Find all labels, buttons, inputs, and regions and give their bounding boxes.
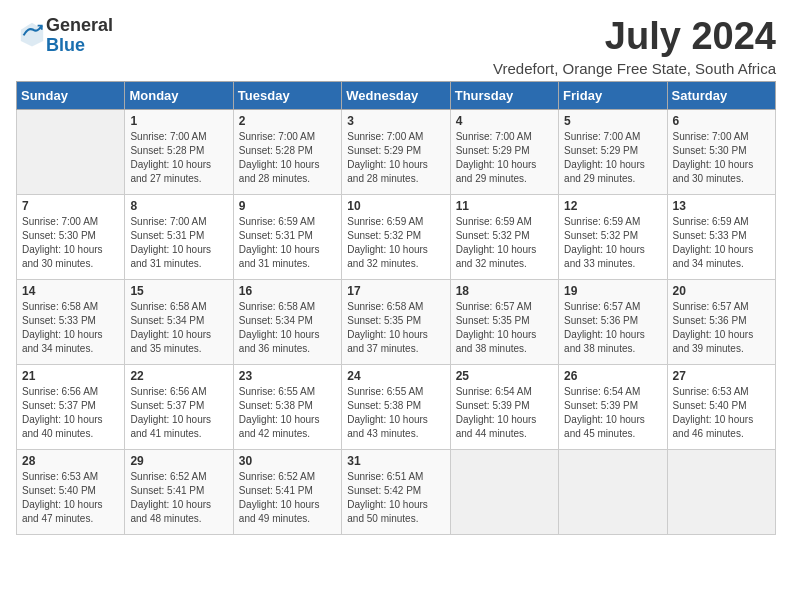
day-detail: Sunrise: 7:00 AM Sunset: 5:28 PM Dayligh… xyxy=(130,130,227,186)
calendar-cell: 16Sunrise: 6:58 AM Sunset: 5:34 PM Dayli… xyxy=(233,279,341,364)
calendar-cell xyxy=(559,449,667,534)
calendar-cell: 13Sunrise: 6:59 AM Sunset: 5:33 PM Dayli… xyxy=(667,194,775,279)
day-detail: Sunrise: 7:00 AM Sunset: 5:31 PM Dayligh… xyxy=(130,215,227,271)
day-number: 20 xyxy=(673,284,770,298)
day-number: 21 xyxy=(22,369,119,383)
day-number: 31 xyxy=(347,454,444,468)
calendar-week-row: 14Sunrise: 6:58 AM Sunset: 5:33 PM Dayli… xyxy=(17,279,776,364)
day-detail: Sunrise: 6:55 AM Sunset: 5:38 PM Dayligh… xyxy=(239,385,336,441)
day-number: 4 xyxy=(456,114,553,128)
day-detail: Sunrise: 7:00 AM Sunset: 5:30 PM Dayligh… xyxy=(673,130,770,186)
calendar-week-row: 28Sunrise: 6:53 AM Sunset: 5:40 PM Dayli… xyxy=(17,449,776,534)
day-detail: Sunrise: 6:57 AM Sunset: 5:36 PM Dayligh… xyxy=(564,300,661,356)
weekday-header: Sunday xyxy=(17,81,125,109)
day-detail: Sunrise: 6:59 AM Sunset: 5:33 PM Dayligh… xyxy=(673,215,770,271)
day-detail: Sunrise: 6:58 AM Sunset: 5:35 PM Dayligh… xyxy=(347,300,444,356)
day-detail: Sunrise: 6:59 AM Sunset: 5:31 PM Dayligh… xyxy=(239,215,336,271)
calendar-cell xyxy=(450,449,558,534)
calendar-cell: 6Sunrise: 7:00 AM Sunset: 5:30 PM Daylig… xyxy=(667,109,775,194)
weekday-header: Wednesday xyxy=(342,81,450,109)
calendar-cell: 28Sunrise: 6:53 AM Sunset: 5:40 PM Dayli… xyxy=(17,449,125,534)
calendar-table: SundayMondayTuesdayWednesdayThursdayFrid… xyxy=(16,81,776,535)
day-detail: Sunrise: 6:59 AM Sunset: 5:32 PM Dayligh… xyxy=(564,215,661,271)
calendar-week-row: 21Sunrise: 6:56 AM Sunset: 5:37 PM Dayli… xyxy=(17,364,776,449)
day-detail: Sunrise: 6:58 AM Sunset: 5:34 PM Dayligh… xyxy=(130,300,227,356)
day-detail: Sunrise: 6:57 AM Sunset: 5:36 PM Dayligh… xyxy=(673,300,770,356)
calendar-cell xyxy=(17,109,125,194)
calendar-cell: 30Sunrise: 6:52 AM Sunset: 5:41 PM Dayli… xyxy=(233,449,341,534)
calendar-cell: 10Sunrise: 6:59 AM Sunset: 5:32 PM Dayli… xyxy=(342,194,450,279)
day-detail: Sunrise: 6:54 AM Sunset: 5:39 PM Dayligh… xyxy=(456,385,553,441)
day-detail: Sunrise: 7:00 AM Sunset: 5:29 PM Dayligh… xyxy=(456,130,553,186)
day-detail: Sunrise: 6:52 AM Sunset: 5:41 PM Dayligh… xyxy=(130,470,227,526)
day-detail: Sunrise: 6:55 AM Sunset: 5:38 PM Dayligh… xyxy=(347,385,444,441)
calendar-cell: 18Sunrise: 6:57 AM Sunset: 5:35 PM Dayli… xyxy=(450,279,558,364)
day-detail: Sunrise: 6:58 AM Sunset: 5:33 PM Dayligh… xyxy=(22,300,119,356)
day-number: 13 xyxy=(673,199,770,213)
weekday-header: Friday xyxy=(559,81,667,109)
calendar-cell: 5Sunrise: 7:00 AM Sunset: 5:29 PM Daylig… xyxy=(559,109,667,194)
calendar-week-row: 7Sunrise: 7:00 AM Sunset: 5:30 PM Daylig… xyxy=(17,194,776,279)
day-detail: Sunrise: 6:59 AM Sunset: 5:32 PM Dayligh… xyxy=(456,215,553,271)
calendar-cell: 2Sunrise: 7:00 AM Sunset: 5:28 PM Daylig… xyxy=(233,109,341,194)
day-number: 5 xyxy=(564,114,661,128)
calendar-cell: 24Sunrise: 6:55 AM Sunset: 5:38 PM Dayli… xyxy=(342,364,450,449)
day-detail: Sunrise: 6:58 AM Sunset: 5:34 PM Dayligh… xyxy=(239,300,336,356)
day-number: 11 xyxy=(456,199,553,213)
calendar-cell: 19Sunrise: 6:57 AM Sunset: 5:36 PM Dayli… xyxy=(559,279,667,364)
calendar-cell: 17Sunrise: 6:58 AM Sunset: 5:35 PM Dayli… xyxy=(342,279,450,364)
day-number: 30 xyxy=(239,454,336,468)
day-number: 15 xyxy=(130,284,227,298)
month-title: July 2024 xyxy=(493,16,776,58)
day-detail: Sunrise: 6:59 AM Sunset: 5:32 PM Dayligh… xyxy=(347,215,444,271)
day-number: 9 xyxy=(239,199,336,213)
title-block: July 2024 Vredefort, Orange Free State, … xyxy=(493,16,776,77)
day-number: 18 xyxy=(456,284,553,298)
calendar-cell: 27Sunrise: 6:53 AM Sunset: 5:40 PM Dayli… xyxy=(667,364,775,449)
calendar-cell: 11Sunrise: 6:59 AM Sunset: 5:32 PM Dayli… xyxy=(450,194,558,279)
day-number: 3 xyxy=(347,114,444,128)
day-detail: Sunrise: 6:54 AM Sunset: 5:39 PM Dayligh… xyxy=(564,385,661,441)
calendar-cell: 7Sunrise: 7:00 AM Sunset: 5:30 PM Daylig… xyxy=(17,194,125,279)
calendar-cell: 1Sunrise: 7:00 AM Sunset: 5:28 PM Daylig… xyxy=(125,109,233,194)
day-detail: Sunrise: 6:53 AM Sunset: 5:40 PM Dayligh… xyxy=(673,385,770,441)
calendar-cell: 15Sunrise: 6:58 AM Sunset: 5:34 PM Dayli… xyxy=(125,279,233,364)
logo-text: GeneralBlue xyxy=(46,16,113,56)
day-number: 8 xyxy=(130,199,227,213)
day-detail: Sunrise: 7:00 AM Sunset: 5:30 PM Dayligh… xyxy=(22,215,119,271)
calendar-cell: 9Sunrise: 6:59 AM Sunset: 5:31 PM Daylig… xyxy=(233,194,341,279)
calendar-cell xyxy=(667,449,775,534)
day-number: 16 xyxy=(239,284,336,298)
weekday-header: Monday xyxy=(125,81,233,109)
day-number: 29 xyxy=(130,454,227,468)
day-number: 17 xyxy=(347,284,444,298)
calendar-cell: 29Sunrise: 6:52 AM Sunset: 5:41 PM Dayli… xyxy=(125,449,233,534)
calendar-week-row: 1Sunrise: 7:00 AM Sunset: 5:28 PM Daylig… xyxy=(17,109,776,194)
day-number: 7 xyxy=(22,199,119,213)
page-header: GeneralBlue July 2024 Vredefort, Orange … xyxy=(16,16,776,77)
day-number: 1 xyxy=(130,114,227,128)
weekday-header-row: SundayMondayTuesdayWednesdayThursdayFrid… xyxy=(17,81,776,109)
day-number: 26 xyxy=(564,369,661,383)
day-number: 28 xyxy=(22,454,119,468)
calendar-cell: 23Sunrise: 6:55 AM Sunset: 5:38 PM Dayli… xyxy=(233,364,341,449)
calendar-cell: 31Sunrise: 6:51 AM Sunset: 5:42 PM Dayli… xyxy=(342,449,450,534)
weekday-header: Thursday xyxy=(450,81,558,109)
day-detail: Sunrise: 7:00 AM Sunset: 5:29 PM Dayligh… xyxy=(347,130,444,186)
calendar-cell: 22Sunrise: 6:56 AM Sunset: 5:37 PM Dayli… xyxy=(125,364,233,449)
calendar-cell: 25Sunrise: 6:54 AM Sunset: 5:39 PM Dayli… xyxy=(450,364,558,449)
day-number: 23 xyxy=(239,369,336,383)
calendar-cell: 3Sunrise: 7:00 AM Sunset: 5:29 PM Daylig… xyxy=(342,109,450,194)
day-detail: Sunrise: 7:00 AM Sunset: 5:29 PM Dayligh… xyxy=(564,130,661,186)
day-number: 10 xyxy=(347,199,444,213)
day-detail: Sunrise: 6:57 AM Sunset: 5:35 PM Dayligh… xyxy=(456,300,553,356)
calendar-cell: 26Sunrise: 6:54 AM Sunset: 5:39 PM Dayli… xyxy=(559,364,667,449)
calendar-cell: 8Sunrise: 7:00 AM Sunset: 5:31 PM Daylig… xyxy=(125,194,233,279)
day-detail: Sunrise: 6:56 AM Sunset: 5:37 PM Dayligh… xyxy=(22,385,119,441)
day-number: 27 xyxy=(673,369,770,383)
day-detail: Sunrise: 6:56 AM Sunset: 5:37 PM Dayligh… xyxy=(130,385,227,441)
day-number: 6 xyxy=(673,114,770,128)
day-detail: Sunrise: 6:51 AM Sunset: 5:42 PM Dayligh… xyxy=(347,470,444,526)
day-number: 25 xyxy=(456,369,553,383)
location-title: Vredefort, Orange Free State, South Afri… xyxy=(493,60,776,77)
